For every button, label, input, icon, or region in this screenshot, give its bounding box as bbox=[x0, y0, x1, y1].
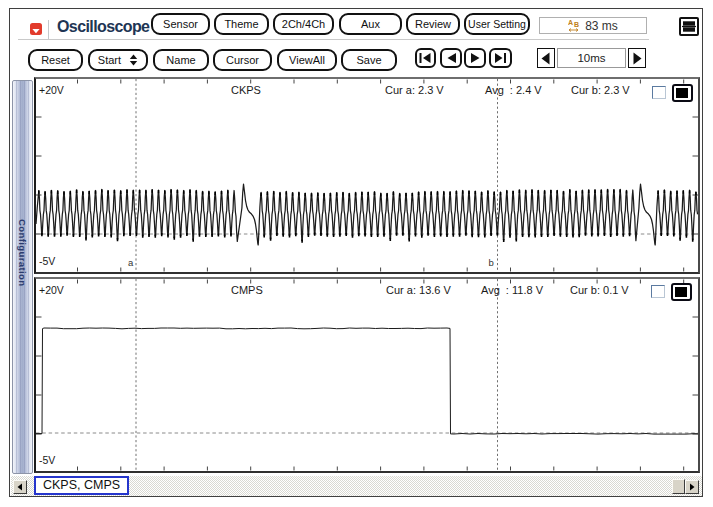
svg-text:A: A bbox=[568, 19, 573, 26]
svg-text:B: B bbox=[574, 21, 579, 28]
